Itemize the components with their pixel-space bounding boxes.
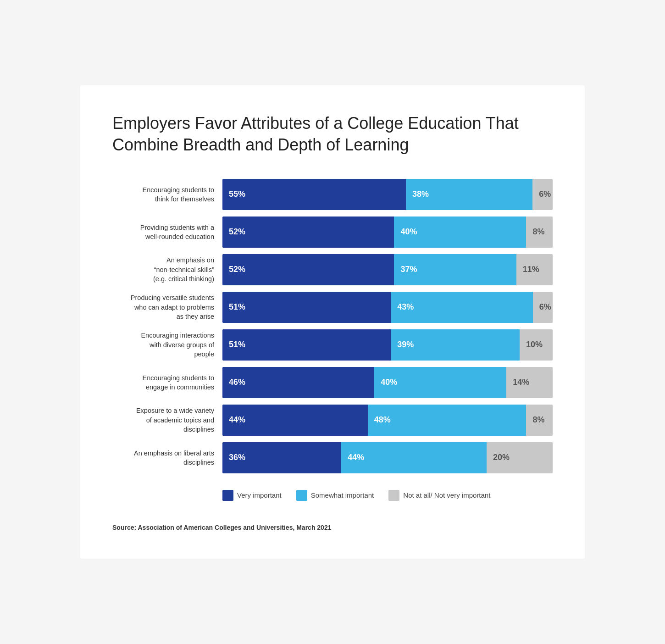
legend-box-very: [222, 490, 233, 501]
seg-not: 20%: [487, 442, 553, 473]
bar-label: Exposure to a wide variety of academic t…: [112, 406, 222, 434]
bar-label: An emphasis on liberal arts disciplines: [112, 449, 222, 467]
seg-not: 8%: [526, 217, 553, 248]
bar-container: 52%37%11%: [222, 254, 553, 285]
bar-row: An emphasis on liberal arts disciplines3…: [112, 442, 553, 473]
legend-not: Not at all/ Not very important: [388, 490, 490, 501]
legend-very-label: Very important: [237, 491, 282, 499]
seg-somewhat: 37%: [394, 254, 516, 285]
source: Source: Association of American Colleges…: [112, 524, 553, 531]
bar-container: 44%48%8%: [222, 405, 553, 436]
seg-not: 6%: [532, 179, 553, 210]
seg-not: 10%: [520, 329, 553, 361]
bar-row: Exposure to a wide variety of academic t…: [112, 405, 553, 436]
seg-not: 8%: [526, 405, 553, 436]
chart-area: Encouraging students to think for themse…: [112, 179, 553, 501]
bar-row: Producing versatile students who can ada…: [112, 292, 553, 323]
seg-not: 11%: [516, 254, 553, 285]
bar-row: Providing students with a well-rounded e…: [112, 217, 553, 248]
chart-card: Employers Favor Attributes of a College …: [80, 85, 585, 559]
seg-very: 52%: [222, 254, 394, 285]
bar-container: 55%38%6%: [222, 179, 553, 210]
seg-somewhat: 40%: [374, 367, 506, 398]
legend: Very important Somewhat important Not at…: [222, 490, 553, 501]
bar-container: 46%40%14%: [222, 367, 553, 398]
seg-somewhat: 38%: [406, 179, 532, 210]
bar-container: 51%39%10%: [222, 329, 553, 361]
seg-very: 46%: [222, 367, 374, 398]
bar-container: 52%40%8%: [222, 217, 553, 248]
bar-label: Encouraging students to engage in commun…: [112, 373, 222, 392]
seg-somewhat: 40%: [394, 217, 526, 248]
legend-somewhat: Somewhat important: [296, 490, 374, 501]
bar-row: Encouraging students to think for themse…: [112, 179, 553, 210]
bar-container: 51%43%6%: [222, 292, 553, 323]
legend-box-somewhat: [296, 490, 307, 501]
bar-label: Encouraging students to think for themse…: [112, 185, 222, 204]
source-prefix: Source:: [112, 524, 138, 531]
seg-somewhat: 43%: [391, 292, 533, 323]
bar-container: 36%44%20%: [222, 442, 553, 473]
seg-very: 55%: [222, 179, 406, 210]
source-text: Association of American Colleges and Uni…: [138, 524, 332, 531]
seg-somewhat: 44%: [341, 442, 487, 473]
bar-label: An emphasis on “non-technical skills” (e…: [112, 255, 222, 283]
seg-very: 44%: [222, 405, 368, 436]
chart-title: Employers Favor Attributes of a College …: [112, 113, 553, 156]
seg-very: 36%: [222, 442, 341, 473]
bar-label: Producing versatile students who can ada…: [112, 293, 222, 321]
legend-not-label: Not at all/ Not very important: [403, 491, 490, 499]
seg-somewhat: 39%: [391, 329, 520, 361]
bars-container: Encouraging students to think for themse…: [112, 179, 553, 473]
bar-row: An emphasis on “non-technical skills” (e…: [112, 254, 553, 285]
seg-not: 14%: [506, 367, 553, 398]
legend-very: Very important: [222, 490, 282, 501]
legend-box-not: [388, 490, 399, 501]
seg-very: 52%: [222, 217, 394, 248]
bar-label: Providing students with a well-rounded e…: [112, 223, 222, 242]
bar-label: Encouraging interactions with diverse gr…: [112, 331, 222, 359]
bar-row: Encouraging students to engage in commun…: [112, 367, 553, 398]
bar-row: Encouraging interactions with diverse gr…: [112, 329, 553, 361]
legend-somewhat-label: Somewhat important: [311, 491, 374, 499]
seg-very: 51%: [222, 329, 391, 361]
seg-very: 51%: [222, 292, 391, 323]
seg-not: 6%: [533, 292, 553, 323]
seg-somewhat: 48%: [368, 405, 526, 436]
